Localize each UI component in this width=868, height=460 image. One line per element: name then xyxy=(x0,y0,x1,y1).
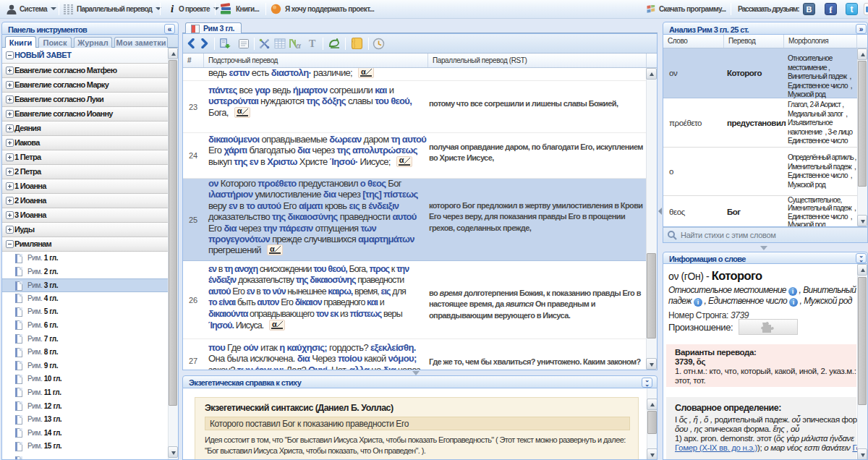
svg-text:T: T xyxy=(309,38,316,49)
svg-text:α: α xyxy=(296,41,302,50)
